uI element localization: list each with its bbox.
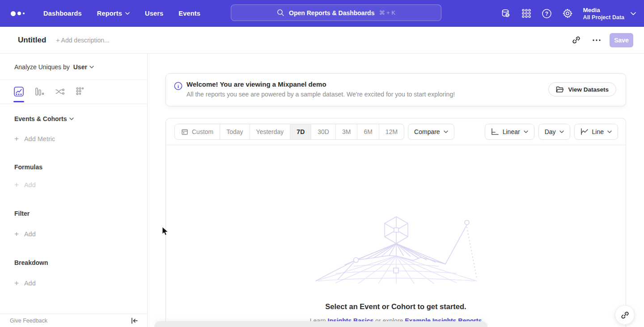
- compare-label: Compare: [414, 128, 440, 135]
- add-description-field[interactable]: + Add description...: [56, 37, 109, 44]
- gear-icon: [562, 8, 573, 19]
- nav-item-reports[interactable]: Reports: [89, 6, 137, 21]
- chart-display-controls: Linear Day Line: [485, 124, 618, 140]
- retention-dots-icon: [75, 86, 86, 97]
- date-range-label: Today: [226, 128, 243, 135]
- report-title[interactable]: Untitled: [18, 36, 46, 45]
- nav-items: Dashboards Reports Users Events: [36, 6, 208, 21]
- measurement-tabs: [0, 80, 147, 104]
- date-range-7d[interactable]: 7D: [290, 124, 311, 139]
- interval-dropdown[interactable]: Day: [538, 124, 570, 140]
- add-formula-button[interactable]: + Add: [0, 180, 147, 189]
- add-filter-label: Add: [24, 231, 36, 238]
- view-datasets-button[interactable]: View Datasets: [548, 82, 616, 96]
- date-range-label: Yesterday: [256, 128, 284, 135]
- section-title: Breakdown: [14, 259, 48, 266]
- apps-grid-button[interactable]: [518, 5, 535, 22]
- collapse-sidebar-icon[interactable]: [131, 318, 138, 324]
- project-switcher[interactable]: Media All Project Data: [583, 6, 636, 21]
- top-nav: Dashboards Reports Users Events Open Rep…: [0, 0, 644, 27]
- chevron-down-icon[interactable]: [89, 66, 94, 68]
- nav-label: Reports: [97, 10, 122, 17]
- date-range-label: 30D: [318, 128, 329, 135]
- date-range-30d[interactable]: 30D: [311, 124, 336, 139]
- banner-title: Welcome! You are viewing a Mixpanel demo: [186, 80, 326, 88]
- nav-item-dashboards[interactable]: Dashboards: [36, 6, 89, 21]
- database-gear-icon: [500, 8, 511, 19]
- flows-icon: [55, 86, 65, 97]
- copy-link-button[interactable]: [568, 33, 584, 48]
- nav-item-events[interactable]: Events: [171, 6, 208, 21]
- question-circle-icon: ?: [542, 8, 552, 19]
- tab-insights[interactable]: [13, 83, 24, 102]
- tab-retention[interactable]: [75, 83, 86, 102]
- more-options-button[interactable]: [589, 33, 604, 48]
- section-filter: Filter: [0, 210, 147, 217]
- add-filter-button[interactable]: + Add: [0, 230, 147, 239]
- svg-text:i: i: [178, 84, 179, 89]
- tab-flows[interactable]: [55, 83, 65, 102]
- date-range-12m[interactable]: 12M: [379, 124, 404, 139]
- nav-right: ? Media All Project Data: [497, 0, 636, 27]
- data-management-button[interactable]: [497, 5, 514, 22]
- empty-state: Select an Event or Cohort to get started…: [166, 145, 626, 327]
- line-chart-type-icon: [580, 128, 589, 135]
- chevron-down-icon: [631, 12, 636, 15]
- link-icon: [572, 36, 580, 44]
- give-feedback-link[interactable]: Give Feedback: [10, 318, 47, 324]
- query-builder-sidebar: Analyze Uniques by User: [0, 54, 148, 327]
- analyze-uniques-row: Analyze Uniques by User: [0, 54, 147, 80]
- analyze-value-dropdown[interactable]: User: [73, 63, 87, 71]
- mixpanel-logo-icon[interactable]: [11, 11, 27, 16]
- date-range-control: Custom Today Yesterday 7D 30D 3M 6M 12M: [174, 124, 404, 140]
- chart-type-dropdown[interactable]: Line: [574, 124, 618, 140]
- mixpanel-insights-page: Dashboards Reports Users Events Open Rep…: [0, 0, 644, 327]
- add-formula-label: Add: [24, 181, 36, 189]
- scale-label: Linear: [503, 128, 520, 135]
- date-range-6m[interactable]: 6M: [357, 124, 379, 139]
- ellipsis-icon: [593, 39, 601, 41]
- add-metric-button[interactable]: + Add Metric: [0, 134, 147, 143]
- share-link-fab[interactable]: [615, 305, 635, 325]
- search-icon: [277, 9, 284, 17]
- chevron-down-icon: [607, 130, 612, 133]
- section-title: Formulas: [14, 164, 42, 171]
- global-search-input[interactable]: Open Reports & Dashboards ⌘ + K: [231, 4, 441, 21]
- chevron-down-icon: [524, 130, 528, 133]
- plus-icon: +: [14, 134, 19, 143]
- section-breakdown: Breakdown: [0, 259, 147, 266]
- nav-label: Users: [145, 10, 163, 17]
- bottom-panel-peek[interactable]: [154, 321, 487, 327]
- chevron-down-icon: [125, 12, 130, 15]
- section-events-cohorts[interactable]: Events & Cohorts: [0, 115, 147, 122]
- project-name: Media: [583, 6, 624, 14]
- chevron-down-icon: [444, 130, 448, 133]
- welcome-banner: i Welcome! You are viewing a Mixpanel de…: [165, 73, 626, 106]
- nav-label: Dashboards: [43, 10, 82, 17]
- scale-dropdown[interactable]: Linear: [485, 124, 534, 140]
- date-range-yesterday[interactable]: Yesterday: [250, 124, 291, 139]
- help-button[interactable]: ?: [538, 5, 555, 22]
- plus-icon: +: [14, 180, 19, 189]
- date-range-custom[interactable]: Custom: [175, 124, 220, 139]
- date-range-3m[interactable]: 3M: [336, 124, 357, 139]
- project-subtitle: All Project Data: [583, 14, 624, 21]
- date-range-label: 7D: [297, 128, 305, 135]
- save-button[interactable]: Save: [610, 33, 633, 47]
- nav-item-users[interactable]: Users: [137, 6, 171, 21]
- section-formulas: Formulas: [0, 164, 147, 171]
- section-title: Filter: [14, 210, 30, 217]
- nav-label: Events: [178, 10, 200, 17]
- date-range-today[interactable]: Today: [220, 124, 250, 139]
- settings-button[interactable]: [559, 5, 576, 22]
- tab-funnels[interactable]: [34, 83, 45, 102]
- banner-subtitle: All the reports you see are powered by a…: [186, 91, 455, 98]
- compare-dropdown[interactable]: Compare: [408, 124, 454, 140]
- empty-state-illustration: [311, 216, 481, 284]
- chart-toolbar: Custom Today Yesterday 7D 30D 3M 6M 12M …: [166, 118, 626, 145]
- linear-axis-icon: [491, 128, 499, 135]
- link-icon: [621, 311, 629, 319]
- folder-open-icon: [556, 86, 564, 93]
- add-breakdown-button[interactable]: + Add: [0, 279, 147, 288]
- calendar-icon: [181, 128, 188, 135]
